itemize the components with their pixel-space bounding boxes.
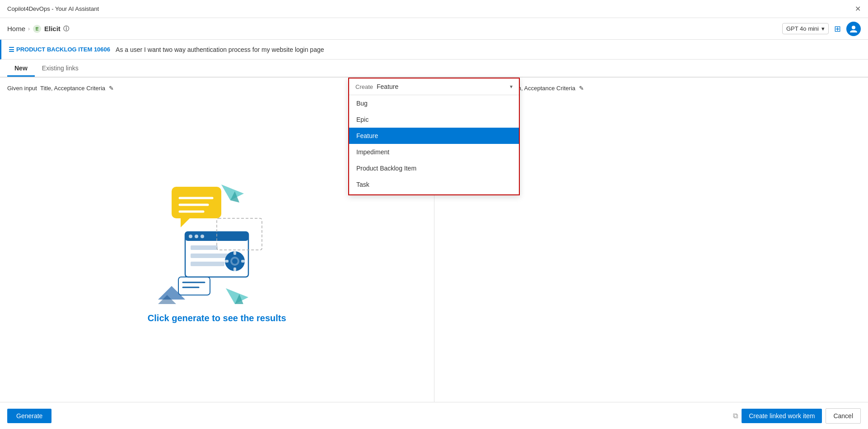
title-bar-title: Copilot4DevOps - Your AI Assistant [7,5,99,12]
generate-word: generate [172,313,209,323]
svg-marker-4 [181,218,190,227]
svg-rect-24 [241,260,245,263]
header-nav: Home › E Elicit ⓘ GPT 4o mini ▾ ⊞ [0,18,868,40]
svg-rect-15 [191,245,218,250]
image-icon[interactable]: ⊞ [834,24,841,34]
tab-new[interactable]: New [7,61,35,77]
tab-existing-links[interactable]: Existing links [35,61,86,77]
svg-point-14 [201,235,204,238]
edit-output-icon[interactable]: ✎ [579,85,584,92]
create-dropdown-container: Create Feature ▾ Bug Epic Feature Impedi… [348,78,520,195]
given-input-label: Given input Title, Acceptance Criteria ✎ [7,85,114,92]
header-right: GPT 4o mini ▾ ⊞ [782,22,861,36]
close-button[interactable]: ✕ [855,5,861,13]
cancel-button[interactable]: Cancel [826,408,861,424]
gpt-selector[interactable]: GPT 4o mini ▾ [782,23,829,34]
copy-icon[interactable]: ⧉ [733,412,738,420]
work-item-bar: ☰ PRODUCT BACKLOG ITEM 10606 As a user I… [0,40,868,60]
elicit-icon: E [33,24,42,33]
svg-rect-17 [191,262,224,266]
generate-button[interactable]: Generate [7,409,51,423]
dropdown-option-bug[interactable]: Bug [349,95,519,111]
dropdown-option-epic[interactable]: Epic [349,111,519,128]
info-icon[interactable]: ⓘ [63,25,69,33]
bottom-bar: Generate ⧉ Create linked work item Cance… [0,402,868,429]
dropdown-option-task[interactable]: Task [349,176,519,193]
breadcrumb: Home › E Elicit ⓘ [7,24,69,33]
gpt-label: GPT 4o mini [786,25,819,32]
svg-rect-23 [225,260,229,263]
svg-point-12 [189,235,192,238]
breadcrumb-separator: › [28,26,30,32]
dropdown-list: Bug Epic Feature Impediment Product Back… [349,95,519,194]
click-generate-text: Click generate to see the results [148,313,286,323]
svg-rect-25 [178,277,210,295]
gpt-chevron-icon: ▾ [821,25,825,32]
bottom-right-actions: ⧉ Create linked work item Cancel [733,408,861,424]
svg-point-13 [195,235,198,238]
work-item-id[interactable]: PRODUCT BACKLOG ITEM 10606 [16,46,110,53]
create-label: Create [355,83,373,90]
dropdown-option-testcase[interactable]: Test Case [349,193,519,194]
tabs-bar: New Existing links [0,60,868,78]
create-linked-work-item-button[interactable]: Create linked work item [742,409,822,423]
create-value: Feature [377,83,510,90]
dropdown-option-pbi[interactable]: Product Backlog Item [349,160,519,176]
svg-point-2 [852,26,855,29]
work-item-icon: ☰ [9,46,14,53]
svg-rect-16 [191,254,231,258]
dropdown-option-impediment[interactable]: Impediment [349,144,519,160]
svg-point-20 [232,258,238,264]
current-page: E Elicit ⓘ [33,24,69,33]
svg-rect-21 [233,251,236,255]
svg-rect-3 [172,187,221,218]
dropdown-chevron-icon[interactable]: ▾ [510,83,513,90]
dropdown-option-feature[interactable]: Feature [349,128,519,144]
user-avatar[interactable] [846,22,861,36]
edit-input-icon[interactable]: ✎ [109,85,114,92]
svg-marker-29 [158,286,185,300]
title-bar: Copilot4DevOps - Your AI Assistant ✕ [0,0,868,18]
work-item-link[interactable]: ☰ PRODUCT BACKLOG ITEM 10606 [9,46,110,53]
svg-rect-22 [233,268,236,271]
main-content: Given input Title, Acceptance Criteria ✎ [0,78,868,402]
create-dropdown-header: Create Feature ▾ [349,78,519,95]
work-item-title: As a user I want two way authentication … [116,46,324,53]
elicit-label: Elicit [44,25,61,32]
home-link[interactable]: Home [7,25,25,32]
dropdown-list-container: Bug Epic Feature Impediment Product Back… [349,95,519,194]
